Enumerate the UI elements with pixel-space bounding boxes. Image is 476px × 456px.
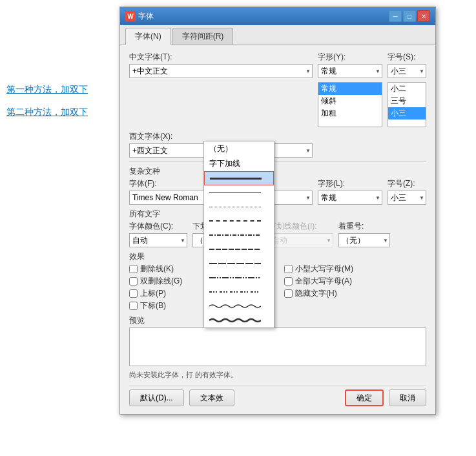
underline-option-long-dash2[interactable] (204, 271, 274, 285)
color-select-wrapper: 自动 (129, 233, 187, 247)
underline-color-label: 下划线颜色(I): (269, 221, 333, 232)
title-bar-left: W 字体 (125, 11, 154, 22)
underline-color-select[interactable]: 自动 (269, 233, 333, 247)
size-select-wrapper: 小三 (388, 64, 426, 78)
all-caps-label: 全部大写字母(A) (295, 276, 352, 287)
superscript-checkbox[interactable] (129, 289, 138, 298)
underline-option-dashed[interactable] (204, 214, 274, 228)
text-effect-button[interactable]: 文本效 (189, 389, 234, 406)
all-caps-checkbox-label[interactable]: 全部大写字母(A) (284, 276, 426, 287)
close-button[interactable]: ✕ (417, 10, 430, 22)
dialog-buttons: 默认(D)... 文本效 确定 取消 (129, 385, 426, 408)
complex-style-label: 字形(L): (318, 178, 382, 189)
style-option-regular[interactable]: 常规 (318, 83, 382, 95)
title-controls: ─ □ ✕ (389, 10, 430, 22)
underline-option-long-dash[interactable] (204, 256, 274, 271)
size-select[interactable]: 小三 (388, 64, 426, 78)
underline-option-dash-dot-dot[interactable] (204, 285, 274, 299)
emphasis-select[interactable]: （无） (338, 233, 390, 247)
style-select-wrapper: 常规 倾斜 加粗 (318, 64, 382, 78)
ok-button[interactable]: 确定 (345, 389, 384, 406)
default-button[interactable]: 默认(D)... (129, 389, 184, 406)
underline-option-solid[interactable] (204, 185, 274, 200)
size-option-small3[interactable]: 小三 (388, 107, 426, 119)
complex-font-section-label: 复杂文种 (129, 166, 426, 177)
style-option-italic[interactable]: 倾斜 (318, 95, 382, 107)
all-caps-checkbox[interactable] (284, 277, 293, 285)
maximize-button[interactable]: □ (403, 10, 416, 22)
underline-dropdown-menu: （无） 字下加线 (203, 141, 274, 328)
strikethrough-label: 删除线(K) (140, 264, 174, 275)
hidden-label: 隐藏文字(H) (295, 288, 337, 299)
subscript-label: 下标(B) (140, 300, 166, 311)
double-strikethrough-checkbox[interactable] (129, 277, 138, 285)
small-caps-label: 小型大写字母(M) (295, 264, 353, 275)
tab-spacing[interactable]: 字符间距(R) (172, 28, 234, 45)
all-fonts-label: 所有文字 (129, 209, 426, 220)
dialog-title: 字体 (138, 11, 154, 22)
style-select[interactable]: 常规 倾斜 加粗 (318, 64, 382, 78)
title-bar: W 字体 ─ □ ✕ (120, 7, 435, 25)
strikethrough-checkbox[interactable] (129, 265, 138, 273)
chinese-font-select[interactable]: +中文正文 (129, 64, 313, 78)
small-caps-checkbox-label[interactable]: 小型大写字母(M) (284, 264, 426, 275)
underline-option-dash-dot2[interactable] (204, 242, 274, 256)
color-label: 字体颜色(C): (129, 221, 187, 232)
complex-style-select-wrapper: 常规 (318, 191, 382, 205)
small-caps-checkbox[interactable] (284, 265, 293, 273)
style-option-bold[interactable]: 加粗 (318, 107, 382, 119)
superscript-label: 上标(P) (140, 288, 166, 299)
size-option-2[interactable]: 小二 (388, 83, 426, 95)
complex-size-select[interactable]: 小三 (388, 191, 426, 205)
double-strikethrough-label: 双删除线(G) (140, 276, 182, 287)
size-option-3[interactable]: 三号 (388, 95, 426, 107)
chinese-font-select-wrapper: +中文正文 (129, 64, 313, 78)
minimize-button[interactable]: ─ (389, 10, 402, 22)
underline-option-solid-thick[interactable] (204, 171, 274, 185)
preview-box (129, 327, 426, 366)
status-text: 尚未安装此字体，打 的有效字体。 (129, 370, 426, 380)
tab-bar: 字体(N) 字符间距(R) (120, 25, 435, 45)
hidden-checkbox[interactable] (284, 289, 293, 298)
underline-option-text[interactable]: 字下加线 (204, 156, 274, 171)
size-label: 字号(S): (388, 52, 426, 63)
emphasis-label: 着重号: (338, 221, 390, 232)
font-dialog: W 字体 ─ □ ✕ 字体(N) 字符间距(R) 中文字体(T): 字形(Y):… (119, 6, 436, 415)
dialog-body: 中文字体(T): 字形(Y): 字号(S): +中文正文 常规 倾斜 加粗 小三 (120, 45, 435, 414)
underline-option-dash-dot[interactable] (204, 228, 274, 242)
effects-label: 效果 (129, 251, 426, 262)
hidden-checkbox-label[interactable]: 隐藏文字(H) (284, 288, 426, 299)
underline-option-none[interactable]: （无） (204, 141, 274, 156)
size-list-box[interactable]: 小二 三号 小三 (388, 82, 426, 127)
cancel-button[interactable]: 取消 (389, 389, 426, 406)
complex-style-select[interactable]: 常规 (318, 191, 382, 205)
preview-label: 预览 (129, 315, 426, 326)
tab-font[interactable]: 字体(N) (125, 28, 171, 45)
underline-option-wave[interactable] (204, 299, 274, 313)
underline-color-select-wrapper: 自动 (269, 233, 333, 247)
subscript-checkbox[interactable] (129, 302, 138, 310)
emphasis-select-wrapper: （无） (338, 233, 390, 247)
style-list-box[interactable]: 常规 倾斜 加粗 (318, 82, 382, 127)
chinese-font-label: 中文字体(T): (129, 52, 313, 63)
app-icon: W (125, 11, 136, 21)
section-divider (129, 161, 426, 162)
doc-line-1: 第一种方法，加双下 (6, 84, 88, 96)
doc-line-2: 第二种方法，加双下 (6, 107, 88, 118)
western-font-label: 西文字体(X): (129, 131, 426, 142)
underline-option-wave2[interactable] (204, 313, 274, 327)
color-select[interactable]: 自动 (129, 233, 187, 247)
style-label: 字形(Y): (318, 52, 382, 63)
complex-size-select-wrapper: 小三 (388, 191, 426, 205)
underline-option-dotted[interactable] (204, 200, 274, 214)
complex-size-label: 字号(Z): (388, 178, 426, 189)
